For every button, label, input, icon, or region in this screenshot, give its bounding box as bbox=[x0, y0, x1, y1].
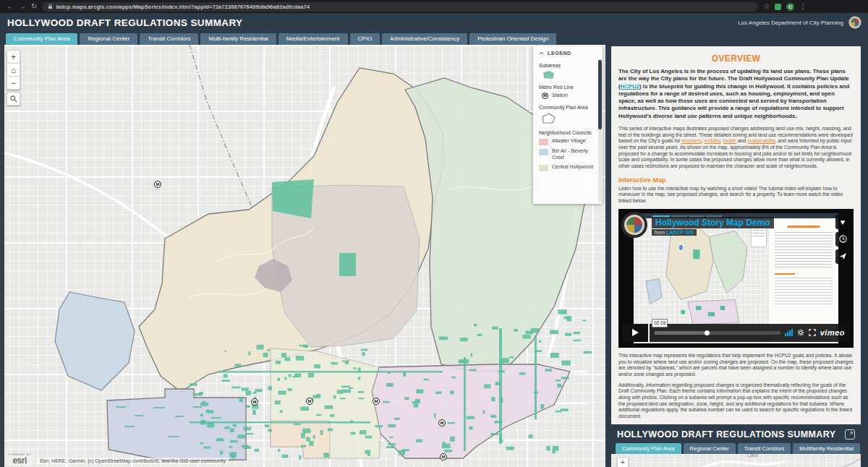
video-timestamp: 02:16 bbox=[652, 319, 668, 327]
embedded-story-map: HOLLYWOOD DRAFT REGULATIONS SUMMARY Comm… bbox=[611, 424, 861, 467]
tab-multi-family-residential[interactable]: Multi-family Residential bbox=[200, 33, 276, 45]
map-zoom-controls: + ⌂ − bbox=[7, 51, 20, 90]
embed-tab-multifamily-residential[interactable]: Multifamily Residential bbox=[793, 443, 860, 454]
overview-heading: OVERVIEW bbox=[618, 53, 854, 64]
legend-item-atwater-village: Atwater Village bbox=[533, 138, 603, 145]
tab-transit-corridors[interactable]: Transit Corridors bbox=[140, 33, 198, 45]
themes-paragraph: Additionally, information regarding prop… bbox=[618, 382, 854, 420]
map-attribution: Esri, HERE, Garmin, (c) OpenStreetMap co… bbox=[37, 458, 229, 464]
legend-item-bel-air: Bel Air - Beverly Crest bbox=[533, 148, 603, 161]
tutorial-paragraph: Learn how to use the interactive map by … bbox=[618, 186, 854, 205]
esri-logo: POWERED BY esri bbox=[6, 453, 33, 466]
health-link[interactable]: health bbox=[723, 138, 737, 143]
lake-label: Lake bbox=[747, 454, 758, 458]
tab-community-plan-area[interactable]: Community Plan Area bbox=[6, 33, 77, 45]
community-plan-area-swatch bbox=[542, 113, 556, 124]
interactive-map-paragraph: This interactive map represents the regu… bbox=[618, 353, 854, 378]
mobility-link[interactable]: mobility bbox=[704, 138, 720, 143]
svg-text:M: M bbox=[308, 399, 312, 403]
sustainability-link[interactable]: sustainability bbox=[747, 138, 775, 143]
extension-icon[interactable] bbox=[775, 4, 781, 10]
embed-tab-community-plan-area[interactable]: Community Plan Area bbox=[616, 443, 681, 454]
svg-text:M: M bbox=[375, 399, 378, 403]
video-progress-bar[interactable] bbox=[655, 331, 780, 335]
video-title-link[interactable]: Hollywood Story Map Demo bbox=[652, 217, 774, 228]
page-title: HOLLYWOOD DRAFT REGULATIONS SUMMARY bbox=[7, 17, 243, 28]
app-header: HOLLYWOOD DRAFT REGULATIONS SUMMARY Los … bbox=[0, 13, 868, 32]
map-attribution-bar: POWERED BY esri Esri, HERE, Garmin, (c) … bbox=[6, 453, 229, 466]
tab-media-entertainment[interactable]: Media/Entertainment bbox=[278, 33, 348, 45]
embed-zoom-in-button[interactable]: + bbox=[617, 457, 629, 467]
profile-avatar[interactable]: C bbox=[786, 3, 794, 11]
bel-air-swatch bbox=[539, 149, 548, 155]
economy-link[interactable]: economy bbox=[681, 138, 701, 143]
agency-label: Los Angeles Department of City Planning bbox=[738, 20, 843, 26]
video-author-link[interactable]: LADCP GIS bbox=[666, 230, 694, 235]
video-player[interactable]: Hollywood Story Map Demo from LADCP GIS … bbox=[618, 209, 854, 348]
video-byline: from LADCP GIS bbox=[652, 229, 697, 236]
browser-chrome: ← → ↻ ladcp.maps.arcgis.com/apps/MapSeri… bbox=[0, 0, 868, 13]
address-bar[interactable]: ladcp.maps.arcgis.com/apps/MapSeries/ind… bbox=[42, 2, 758, 12]
legend-section-subareas: Subareas bbox=[533, 63, 603, 68]
tab-regional-center[interactable]: Regional Center bbox=[80, 33, 137, 45]
metro-station-icon: M bbox=[542, 93, 548, 99]
svg-text:M: M bbox=[156, 182, 160, 187]
interactive-map-heading: Interactive Map bbox=[618, 176, 854, 184]
expand-icon[interactable] bbox=[845, 429, 855, 440]
svg-text:M: M bbox=[253, 400, 257, 404]
reload-icon[interactable]: ↻ bbox=[31, 3, 37, 10]
legend-section-cpa: Community Plan Area bbox=[533, 105, 603, 110]
browser-menu-icon[interactable]: ⋮ bbox=[799, 3, 807, 10]
map-canvas[interactable]: M M M M M M + ⌂ − POWERED BY bbox=[0, 45, 605, 467]
series-paragraph: This series of interactive maps illustra… bbox=[618, 126, 854, 170]
hcpu2-link[interactable]: HCPU2 bbox=[621, 83, 639, 90]
watch-later-clock-icon[interactable] bbox=[835, 232, 850, 247]
vimeo-logo[interactable]: vimeo bbox=[820, 328, 845, 337]
play-button[interactable] bbox=[622, 324, 648, 342]
overview-paragraph: The City of Los Angeles is in the proces… bbox=[618, 68, 854, 120]
story-tab-bar: Community Plan Area Regional Center Tran… bbox=[0, 32, 868, 45]
legend-title: LEGEND bbox=[548, 51, 571, 56]
settings-gear-icon[interactable] bbox=[797, 326, 804, 339]
legend-scrollbar[interactable] bbox=[598, 59, 602, 202]
url-text: ladcp.maps.arcgis.com/apps/MapSeries/ind… bbox=[56, 4, 310, 10]
narrative-card: OVERVIEW The City of Los Angeles is in t… bbox=[611, 46, 861, 467]
subareas-swatch bbox=[543, 71, 554, 79]
embed-tab-transit-corridors[interactable]: Transit Corridors bbox=[738, 443, 791, 454]
back-icon[interactable]: ← bbox=[7, 3, 14, 10]
embed-tab-regional-center[interactable]: Regional Center bbox=[684, 443, 736, 454]
legend-item-central-hollywood: Central Hollywood bbox=[533, 164, 603, 171]
legend-section-nc: Neighborhood Councils bbox=[533, 130, 603, 135]
fullscreen-icon[interactable] bbox=[809, 326, 816, 339]
embed-map-canvas[interactable]: Lake + ⌂ bbox=[611, 454, 861, 467]
share-plane-icon[interactable] bbox=[835, 249, 850, 264]
tab-pedestrian-oriented-design[interactable]: Pedestrian Oriented Design bbox=[469, 33, 556, 45]
like-heart-icon[interactable]: ♥ bbox=[835, 215, 850, 229]
forward-icon[interactable]: → bbox=[19, 3, 26, 10]
legend-collapse-toggle[interactable]: LEGEND bbox=[533, 46, 603, 57]
legend-section-metro: Metro Red Line bbox=[533, 85, 603, 90]
home-button[interactable]: ⌂ bbox=[7, 63, 20, 77]
zoom-out-button[interactable]: − bbox=[7, 76, 20, 90]
play-icon bbox=[632, 329, 639, 336]
tab-administrative-consistency[interactable]: Administrative/Consistency bbox=[382, 33, 467, 45]
video-author-avatar[interactable] bbox=[624, 215, 644, 235]
legend-item-station: M Station bbox=[533, 93, 603, 99]
legend-panel: LEGEND Subareas Metro Red Line M Station… bbox=[533, 46, 603, 204]
legend-scrollbar-thumb[interactable] bbox=[598, 60, 602, 129]
lock-icon bbox=[48, 4, 53, 9]
volume-icon[interactable] bbox=[785, 329, 793, 336]
tab-cpio[interactable]: CPIO bbox=[350, 33, 380, 45]
search-icon bbox=[10, 95, 17, 103]
zoom-in-button[interactable]: + bbox=[7, 50, 20, 64]
central-hollywood-swatch bbox=[539, 165, 548, 171]
video-title-box: Hollywood Story Map Demo from LADCP GIS bbox=[624, 215, 774, 236]
svg-text:M: M bbox=[441, 421, 444, 425]
svg-text:M: M bbox=[442, 455, 446, 459]
map-svg: M M M M M M bbox=[0, 45, 605, 467]
embed-tab-bar: Community Plan Area Regional Center Tran… bbox=[611, 443, 861, 454]
bookmark-star-icon[interactable]: ☆ bbox=[763, 3, 770, 10]
city-seal-logo bbox=[849, 17, 861, 28]
embed-title: HOLLYWOOD DRAFT REGULATIONS SUMMARY bbox=[617, 429, 835, 440]
search-button[interactable] bbox=[7, 92, 20, 106]
